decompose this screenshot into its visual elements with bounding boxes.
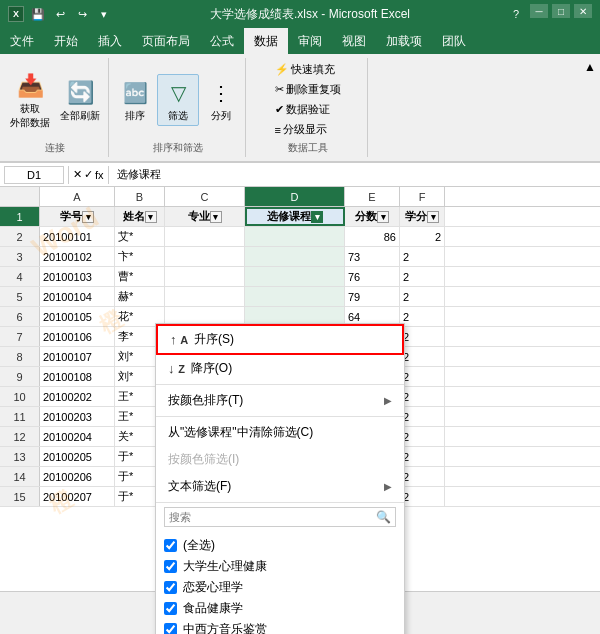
row-num-13[interactable]: 13 xyxy=(0,447,40,466)
row-num-4[interactable]: 4 xyxy=(0,267,40,286)
cell-d3[interactable] xyxy=(245,247,345,266)
row-num-11[interactable]: 11 xyxy=(0,407,40,426)
col-header-e[interactable]: E xyxy=(345,187,400,206)
check-3-checkbox[interactable] xyxy=(164,602,177,615)
cell-d2[interactable] xyxy=(245,227,345,246)
tab-file[interactable]: 文件 xyxy=(0,28,44,54)
cell-b5[interactable]: 赫* xyxy=(115,287,165,306)
undo-quick-btn[interactable]: ↩ xyxy=(50,4,70,24)
quick-fill-btn[interactable]: ⚡ 快速填充 xyxy=(271,60,339,79)
row-num-2[interactable]: 2 xyxy=(0,227,40,246)
minimize-btn[interactable]: ─ xyxy=(530,4,548,18)
col-header-c[interactable]: C xyxy=(165,187,245,206)
cell-b2[interactable]: 艾* xyxy=(115,227,165,246)
cell-f11[interactable]: 2 xyxy=(400,407,445,426)
color-sort-item[interactable]: 按颜色排序(T) ▶ xyxy=(156,387,404,414)
maximize-btn[interactable]: □ xyxy=(552,4,570,18)
cell-f5[interactable]: 2 xyxy=(400,287,445,306)
cell-f13[interactable]: 2 xyxy=(400,447,445,466)
tab-layout[interactable]: 页面布局 xyxy=(132,28,200,54)
close-btn[interactable]: ✕ xyxy=(574,4,592,18)
insert-function-icon[interactable]: fx xyxy=(95,169,104,181)
confirm-formula-icon[interactable]: ✓ xyxy=(84,168,93,181)
cell-f3[interactable]: 2 xyxy=(400,247,445,266)
tab-data[interactable]: 数据 xyxy=(244,28,288,54)
cell-d5[interactable] xyxy=(245,287,345,306)
header-cell-b1[interactable]: 姓名 ▾ xyxy=(115,207,165,226)
row-num-15[interactable]: 15 xyxy=(0,487,40,506)
clear-filter-item[interactable]: 从"选修课程"中清除筛选(C) xyxy=(156,419,404,446)
col-header-b[interactable]: B xyxy=(115,187,165,206)
cell-c3[interactable] xyxy=(165,247,245,266)
ribbon-collapse[interactable]: ▲ xyxy=(582,58,598,157)
cell-e4[interactable]: 76 xyxy=(345,267,400,286)
check-all-checkbox[interactable] xyxy=(164,539,177,552)
cell-e3[interactable]: 73 xyxy=(345,247,400,266)
row-num-12[interactable]: 12 xyxy=(0,427,40,446)
cell-a4[interactable]: 20100103 xyxy=(40,267,115,286)
cancel-formula-icon[interactable]: ✕ xyxy=(73,168,82,181)
check-all-item[interactable]: (全选) xyxy=(164,535,396,556)
save-quick-btn[interactable]: 💾 xyxy=(28,4,48,24)
cell-a15[interactable]: 20100207 xyxy=(40,487,115,506)
tab-insert[interactable]: 插入 xyxy=(88,28,132,54)
text-filter-item[interactable]: 文本筛选(F) ▶ xyxy=(156,473,404,500)
row-num-8[interactable]: 8 xyxy=(0,347,40,366)
cell-a5[interactable]: 20100104 xyxy=(40,287,115,306)
row-num-10[interactable]: 10 xyxy=(0,387,40,406)
cell-a14[interactable]: 20100206 xyxy=(40,467,115,486)
row-num-3[interactable]: 3 xyxy=(0,247,40,266)
cell-a11[interactable]: 20100203 xyxy=(40,407,115,426)
cell-d4[interactable] xyxy=(245,267,345,286)
cell-f12[interactable]: 2 xyxy=(400,427,445,446)
help-btn[interactable]: ? xyxy=(506,4,526,24)
filter-search-input[interactable] xyxy=(169,511,376,523)
row-num-1[interactable]: 1 xyxy=(0,207,40,226)
header-cell-c1[interactable]: 专业 ▾ xyxy=(165,207,245,226)
cell-f15[interactable]: 2 xyxy=(400,487,445,506)
data-validate-btn[interactable]: ✔ 数据验证 xyxy=(271,100,334,119)
tab-review[interactable]: 审阅 xyxy=(288,28,332,54)
redo-quick-btn[interactable]: ↪ xyxy=(72,4,92,24)
cell-f14[interactable]: 2 xyxy=(400,467,445,486)
row-num-9[interactable]: 9 xyxy=(0,367,40,386)
tab-home[interactable]: 开始 xyxy=(44,28,88,54)
level-display-btn[interactable]: ≡ 分级显示 xyxy=(271,120,331,139)
tab-addins[interactable]: 加载项 xyxy=(376,28,432,54)
header-cell-a1[interactable]: 学号 ▾ xyxy=(40,207,115,226)
row-num-14[interactable]: 14 xyxy=(0,467,40,486)
cell-a13[interactable]: 20100205 xyxy=(40,447,115,466)
check-item-2[interactable]: 恋爱心理学 xyxy=(164,577,396,598)
cell-c4[interactable] xyxy=(165,267,245,286)
check-item-3[interactable]: 食品健康学 xyxy=(164,598,396,619)
row-num-6[interactable]: 6 xyxy=(0,307,40,326)
cell-f7[interactable]: 2 xyxy=(400,327,445,346)
cell-a2[interactable]: 20100101 xyxy=(40,227,115,246)
cell-b3[interactable]: 卞* xyxy=(115,247,165,266)
filter-btn[interactable]: ▽ 筛选 xyxy=(157,74,199,126)
sort-ascending-item[interactable]: ↑ A 升序(S) xyxy=(156,324,404,355)
cell-a12[interactable]: 20100204 xyxy=(40,427,115,446)
header-cell-e1[interactable]: 分数 ▾ xyxy=(345,207,400,226)
formula-input[interactable] xyxy=(113,166,596,184)
row-num-5[interactable]: 5 xyxy=(0,287,40,306)
remove-duplicate-btn[interactable]: ✂ 删除重复项 xyxy=(271,80,345,99)
check-2-checkbox[interactable] xyxy=(164,581,177,594)
cell-c2[interactable] xyxy=(165,227,245,246)
filter-search-row[interactable]: 🔍 xyxy=(164,507,396,527)
split-btn[interactable]: ⋮ 分列 xyxy=(201,75,241,125)
cell-a9[interactable]: 20100108 xyxy=(40,367,115,386)
sort-btn[interactable]: 🔤 排序 xyxy=(115,75,155,125)
check-item-4[interactable]: 中西方音乐鉴赏 xyxy=(164,619,396,634)
cell-f9[interactable]: 2 xyxy=(400,367,445,386)
row-num-7[interactable]: 7 xyxy=(0,327,40,346)
col-header-f[interactable]: F xyxy=(400,187,445,206)
cell-b4[interactable]: 曹* xyxy=(115,267,165,286)
cell-e2[interactable]: 86 xyxy=(345,227,400,246)
cell-f8[interactable]: 2 xyxy=(400,347,445,366)
cell-a7[interactable]: 20100106 xyxy=(40,327,115,346)
check-4-checkbox[interactable] xyxy=(164,623,177,634)
tab-formula[interactable]: 公式 xyxy=(200,28,244,54)
tab-view[interactable]: 视图 xyxy=(332,28,376,54)
check-item-1[interactable]: 大学生心理健康 xyxy=(164,556,396,577)
